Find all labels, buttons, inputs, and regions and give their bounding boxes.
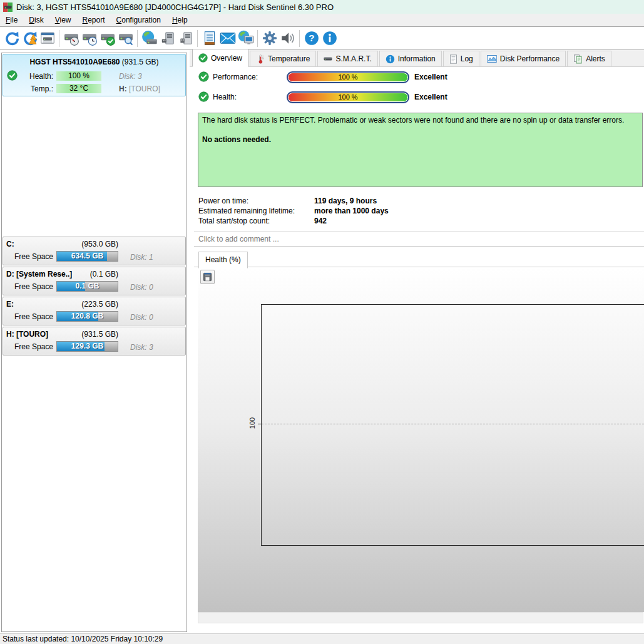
menu-file[interactable]: File	[0, 14, 23, 26]
temp-row: Temp.: 32 °C H: [TOURO]	[3, 84, 185, 94]
help-icon[interactable]: ?	[302, 29, 320, 48]
refresh-warning-icon[interactable]	[20, 29, 38, 48]
disk-icon	[324, 54, 332, 63]
tab-information[interactable]: Information	[379, 51, 442, 66]
drive-list: C: (953.0 GB) Free Space 634.5 GB Disk: …	[2, 237, 187, 357]
menu-configuration[interactable]: Configuration	[111, 14, 166, 26]
temp-label: Temp.:	[3, 84, 53, 93]
window-title: Disk: 3, HGST HTS541010A9E680 [JD4000CHG…	[16, 3, 334, 12]
free-space-bar: 0.1 GB	[56, 281, 118, 292]
free-space-label: Free Space	[3, 282, 53, 291]
tab-smart[interactable]: S.M.A.R.T.	[317, 51, 377, 66]
drive-card-d[interactable]: D: [System Rese..] (0.1 GB) Free Space 0…	[3, 267, 186, 295]
health-label-main: Health:	[213, 93, 237, 101]
stat-row: Total start/stop count: 942	[198, 217, 295, 227]
health-ok-icon	[198, 91, 209, 102]
check-circle-icon	[198, 53, 208, 63]
free-space-value: 634.5 GB	[57, 252, 118, 261]
drive-card-h[interactable]: H: [TOURO] (931.5 GB) Free Space 129.3 G…	[3, 327, 186, 355]
tab-disk-performance[interactable]: Disk Performance	[481, 51, 566, 66]
pages-icon	[573, 54, 583, 64]
y-axis-tick-label: 100	[248, 414, 256, 432]
disk-status-icon[interactable]	[98, 29, 116, 48]
tab-log[interactable]: Log	[443, 51, 479, 66]
selected-disk-card[interactable]: HGST HTS541010A9E680 (931.5 GB) Health: …	[3, 54, 186, 96]
menu-disk[interactable]: Disk	[23, 14, 49, 26]
floppy-save-icon	[203, 272, 212, 282]
free-space-value: 0.1 GB	[57, 282, 118, 291]
stat-row: Estimated remaining lifetime: more than …	[198, 207, 295, 217]
disk-tower-a-icon[interactable]	[158, 29, 176, 48]
free-space-value: 129.3 GB	[57, 342, 118, 351]
selected-disk-title: HGST HTS541010A9E680 (931.5 GB)	[3, 58, 185, 66]
stat-value: 942	[314, 217, 327, 225]
disk-tower-b-icon[interactable]	[176, 29, 195, 48]
stat-label: Power on time:	[198, 197, 248, 205]
menu-help[interactable]: Help	[166, 14, 193, 26]
menu-report[interactable]: Report	[77, 14, 111, 26]
volume-name: [TOURO]	[129, 84, 160, 93]
info-circle-icon	[386, 54, 395, 64]
disk-surface-test-icon[interactable]	[116, 29, 135, 48]
disk-number: Disk: 3	[119, 72, 142, 81]
health-rating: Excellent	[414, 93, 447, 101]
chart-icon	[487, 54, 497, 63]
network-disks-icon[interactable]	[140, 29, 158, 48]
tab-alerts[interactable]: Alerts	[567, 51, 611, 66]
sounds-icon[interactable]	[279, 29, 297, 48]
report-icon[interactable]	[200, 29, 218, 48]
performance-label: Performance:	[213, 73, 258, 81]
statusbar: Status last updated: 10/10/2025 Friday 1…	[0, 633, 644, 644]
drive-size: (931.5 GB)	[81, 330, 118, 339]
disk-status-message-box: The hard disk status is PERFECT. Problem…	[198, 113, 643, 187]
network-monitor-icon[interactable]	[237, 29, 255, 48]
menubar: File Disk View Report Configuration Help	[0, 14, 644, 27]
health-chart-panel: 100	[198, 267, 644, 612]
info-icon[interactable]	[320, 29, 339, 48]
toolbar: ?	[0, 27, 644, 50]
volume-letter: H:	[119, 84, 127, 93]
free-space-label: Free Space	[3, 342, 53, 351]
drive-size: (223.5 GB)	[81, 300, 118, 309]
drive-size: (0.1 GB)	[90, 270, 118, 279]
stat-row: Power on time: 119 days, 9 hours	[198, 197, 295, 207]
tab-overview[interactable]: Overview	[192, 49, 248, 67]
disk-stats: Power on time: 119 days, 9 hours Estimat…	[198, 197, 295, 227]
health-plot-area	[261, 304, 644, 546]
drive-name: E:	[6, 300, 14, 309]
main-tabs: Overview Temperature S.M.A.R.T. Informat…	[190, 50, 644, 67]
toolbar-separator	[137, 30, 138, 47]
drive-card-e[interactable]: E: (223.5 GB) Free Space 120.8 GB Disk: …	[3, 297, 186, 325]
disk-status-message: The hard disk status is PERFECT. Problem…	[202, 116, 638, 125]
comment-input[interactable]: Click to add comment ...	[194, 232, 644, 247]
settings-gear-icon[interactable]	[260, 29, 279, 48]
tab-health-chart[interactable]: Health (%)	[198, 252, 248, 268]
refresh-icon[interactable]	[2, 29, 20, 48]
svg-text:?: ?	[309, 33, 314, 43]
chart-footer-strip	[198, 612, 643, 623]
disk-list-panel: HGST HTS541010A9E680 (931.5 GB) Health: …	[1, 53, 187, 632]
drive-size: (953.0 GB)	[81, 240, 118, 248]
health-label: Health:	[3, 72, 53, 81]
free-space-label: Free Space	[3, 312, 53, 321]
app-icon	[3, 3, 13, 12]
tab-temperature[interactable]: Temperature	[250, 51, 316, 66]
save-chart-button[interactable]	[200, 270, 215, 284]
send-mail-icon[interactable]	[218, 29, 237, 48]
detect-disk-icon[interactable]	[38, 29, 56, 48]
no-actions-text: No actions needed.	[202, 135, 638, 145]
volume-info: H: [TOURO]	[119, 84, 160, 93]
disk-clock-icon[interactable]	[80, 29, 98, 48]
stat-label: Estimated remaining lifetime:	[198, 207, 295, 215]
drive-name: D: [System Rese..]	[6, 270, 72, 279]
selected-disk-name: HGST HTS541010A9E680	[29, 58, 120, 66]
disk-performance-icon[interactable]	[62, 29, 80, 48]
menu-view[interactable]: View	[49, 14, 77, 26]
chart-tabs: Health (%)	[194, 251, 644, 267]
drive-card-c[interactable]: C: (953.0 GB) Free Space 634.5 GB Disk: …	[3, 237, 186, 265]
drive-name: H: [TOURO]	[6, 330, 48, 339]
toolbar-separator	[197, 30, 198, 47]
stat-value: 119 days, 9 hours	[314, 197, 377, 205]
status-last-updated: Status last updated: 10/10/2025 Friday 1…	[3, 635, 163, 643]
hard-disk-sentinel-window: Disk: 3, HGST HTS541010A9E680 [JD4000CHG…	[0, 0, 644, 644]
